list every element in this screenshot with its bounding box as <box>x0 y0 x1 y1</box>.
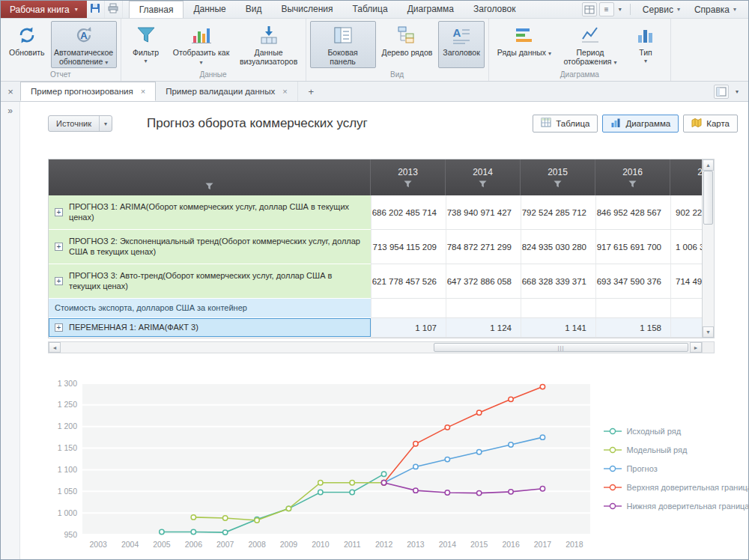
menu-help[interactable]: Справка ▾ <box>688 4 742 15</box>
table-cell[interactable]: 784 872 271 299 <box>446 230 521 264</box>
filter-icon[interactable] <box>479 180 487 188</box>
menu-tab-5[interactable]: Диаграмма <box>398 1 464 18</box>
scroll-left-button[interactable]: ◄ <box>49 342 61 353</box>
expand-icon[interactable]: + <box>55 277 63 285</box>
filter-icon[interactable] <box>554 180 562 188</box>
table-cell[interactable]: 792 524 285 712 <box>521 195 595 230</box>
column-header-2016[interactable]: 2016 <box>595 159 670 195</box>
close-tab-icon[interactable]: × <box>141 87 145 96</box>
menu-service[interactable]: Сервис ▾ <box>637 4 686 15</box>
column-header-2015[interactable]: 2015 <box>521 159 595 195</box>
menu-tab-4[interactable]: Таблица <box>343 1 398 18</box>
print-preview-button[interactable] <box>105 1 123 18</box>
table-cell[interactable]: 1 006 383 <box>670 230 703 264</box>
menu-tab-3[interactable]: Вычисления <box>271 1 342 18</box>
series-tree-button[interactable]: Дерево рядов <box>377 21 437 68</box>
chart-type-button[interactable]: Тип▾ <box>625 21 667 68</box>
scroll-down-button[interactable]: ▼ <box>703 326 714 338</box>
menu-tab-1[interactable]: Данные <box>184 1 235 18</box>
data-series-button[interactable]: Ряды данных ▾ <box>493 21 556 68</box>
window-grid-icon[interactable] <box>582 2 597 16</box>
menu-tab-2[interactable]: Вид <box>236 1 272 18</box>
scroll-right-button[interactable]: ► <box>690 342 702 353</box>
column-header-2017[interactable]: 2017 <box>670 159 703 195</box>
row-label[interactable]: Стоимость экспорта, долларов США за конт… <box>49 299 371 318</box>
vertical-scrollbar[interactable]: ▲ ▼ <box>703 159 715 338</box>
visualizer-data-button[interactable]: Данные визуализаторов <box>236 21 302 68</box>
view-chart-button[interactable]: Диаграмма <box>602 115 679 133</box>
document-tab-1[interactable]: Пример валидации данных× <box>156 82 297 101</box>
horizontal-scroll-thumb[interactable]: ||| <box>434 343 688 352</box>
table-cell[interactable] <box>670 299 703 318</box>
table-cell[interactable]: 917 615 691 700 <box>595 230 670 264</box>
new-tab-button[interactable]: + <box>298 82 325 101</box>
column-header-2014[interactable]: 2014 <box>446 159 521 195</box>
legend-item-3[interactable]: Верхняя доверительная граница <box>604 483 749 492</box>
table-cell[interactable]: 1 124 <box>446 318 521 338</box>
legend-item-4[interactable]: Нижняя доверительная граница <box>604 502 749 511</box>
expand-icon[interactable]: + <box>55 208 63 216</box>
expand-panel-icon[interactable]: » <box>7 106 13 116</box>
document-tab-0[interactable]: Пример прогнозирования× <box>20 82 156 101</box>
display-period-button[interactable]: Период отображения ▾ <box>557 21 623 68</box>
auto-refresh-button[interactable]: A Автоматическое обновление ▾ <box>51 21 117 68</box>
close-tab-icon[interactable]: × <box>282 87 287 96</box>
legend-item-2[interactable]: Прогноз <box>604 464 749 473</box>
save-button[interactable] <box>87 1 105 18</box>
menu-tab-0[interactable]: Главная <box>129 1 184 18</box>
close-pane-icon[interactable]: × <box>7 87 13 97</box>
row-label[interactable]: +ПРОГНОЗ 1: ARIMA(Оборот коммерческих ус… <box>49 195 371 230</box>
filter-icon[interactable] <box>628 180 637 188</box>
refresh-button[interactable]: Обновить <box>4 21 49 68</box>
table-cell[interactable]: 621 778 457 526 <box>371 264 446 299</box>
table-cell[interactable]: 668 328 339 371 <box>521 264 595 299</box>
table-cell[interactable] <box>521 299 595 318</box>
filter-button[interactable]: Фильтр▾ <box>125 21 167 68</box>
display-as-button[interactable]: Отобразить как ▾ <box>169 21 234 68</box>
table-cell[interactable] <box>670 318 703 338</box>
row-label[interactable]: +ПРОГНОЗ 3: Авто-тренд(Оборот коммерческ… <box>49 264 371 299</box>
row-header-column[interactable] <box>49 159 371 195</box>
legend-item-1[interactable]: Модельный ряд <box>604 445 749 454</box>
filter-icon[interactable] <box>404 180 412 188</box>
horizontal-scroll-track[interactable]: ||| <box>61 342 690 353</box>
vertical-scroll-track[interactable] <box>703 171 714 326</box>
chevron-down-icon[interactable]: ▾ <box>616 6 624 13</box>
table-cell[interactable] <box>371 299 446 318</box>
row-label[interactable]: +ПЕРЕМЕННАЯ 1: ARIMA(ФАКТ 3) <box>49 318 371 338</box>
table-cell[interactable]: 846 952 428 567 <box>595 195 670 230</box>
table-cell[interactable] <box>595 299 670 318</box>
table-cell[interactable]: 713 954 115 209 <box>371 230 446 264</box>
table-cell[interactable]: 738 940 971 427 <box>446 195 521 230</box>
header-button[interactable]: A Заголовок <box>438 21 484 68</box>
table-cell[interactable]: 686 202 485 714 <box>371 195 446 230</box>
view-table-button[interactable]: Таблица <box>533 115 598 133</box>
expand-icon[interactable]: + <box>55 243 63 251</box>
column-header-2013[interactable]: 2013 <box>371 159 446 195</box>
side-panel-button[interactable]: Боковая панель <box>310 21 376 68</box>
panel-layout-icon[interactable] <box>714 85 729 99</box>
table-cell[interactable]: 1 107 <box>371 318 446 338</box>
horizontal-scrollbar[interactable]: ◄ ||| ► <box>48 341 703 353</box>
view-map-button[interactable]: Карта <box>683 115 738 133</box>
table-cell[interactable]: 1 141 <box>521 318 595 338</box>
workbook-menu-button[interactable]: Рабочая книга ▾ <box>1 1 87 18</box>
row-label[interactable]: +ПРОГНОЗ 2: Экспоненциальный тренд(Оборо… <box>49 230 371 264</box>
source-button[interactable]: Источник ▾ <box>48 115 112 132</box>
expand-icon[interactable]: + <box>55 323 63 332</box>
chevron-down-icon[interactable]: ▾ <box>733 88 741 95</box>
legend-item-0[interactable]: Исходный ряд <box>604 427 749 436</box>
series-tree-icon <box>395 24 418 46</box>
list-icon[interactable]: ≡ <box>599 2 614 16</box>
menu-tab-6[interactable]: Заголовок <box>464 1 525 18</box>
table-cell[interactable]: 902 225 <box>670 195 703 230</box>
table-cell[interactable] <box>446 299 521 318</box>
table-cell[interactable]: 1 158 <box>595 318 670 338</box>
table-cell[interactable]: 824 935 030 280 <box>521 230 595 264</box>
table-cell[interactable]: 647 372 886 058 <box>446 264 521 299</box>
filter-icon[interactable] <box>205 183 213 190</box>
table-cell[interactable]: 714 494 <box>670 264 703 299</box>
vertical-scroll-thumb[interactable] <box>703 171 713 225</box>
table-cell[interactable]: 693 347 590 376 <box>595 264 670 299</box>
scroll-up-button[interactable]: ▲ <box>703 159 714 171</box>
